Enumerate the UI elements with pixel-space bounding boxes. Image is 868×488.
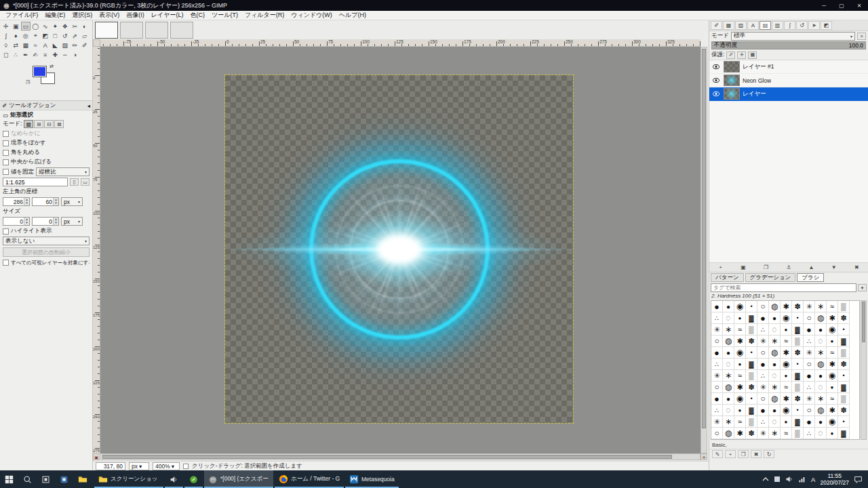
tool-scissors-select[interactable]: ✂ — [71, 22, 80, 30]
brush-thumbnail[interactable]: ✱ — [827, 359, 838, 370]
menu-item[interactable]: 表示(V) — [96, 11, 123, 20]
brush-thumbnail[interactable]: ∴ — [804, 382, 815, 393]
refresh-brushes-button[interactable]: ↻ — [764, 450, 774, 458]
tool-mypaint-brush[interactable]: ✍ — [31, 50, 41, 59]
dock-tab-ブラシ[interactable]: ブラシ — [797, 273, 824, 282]
brush-thumbnail[interactable]: ≈ — [827, 393, 838, 405]
brush-thumbnail[interactable]: ✱ — [781, 393, 792, 405]
chevron-down-icon[interactable]: ▾ — [858, 284, 867, 291]
patterns-dialog-icon[interactable]: ▦ — [723, 21, 734, 30]
volume-icon[interactable] — [785, 475, 793, 483]
brush-thumbnail[interactable]: ◉ — [781, 359, 792, 370]
delete-layer-button[interactable]: ✖ — [849, 264, 864, 272]
spinner-arrows-icon[interactable]: ▲▼ — [24, 218, 29, 225]
brush-thumbnail[interactable]: ● — [769, 359, 781, 370]
brush-thumbnail[interactable]: ∴ — [711, 359, 723, 370]
foreground-color-swatch[interactable] — [33, 66, 47, 77]
brush-thumbnail[interactable]: ◉ — [781, 405, 792, 416]
brush-thumbnail[interactable]: ● — [827, 336, 838, 347]
tool-color-picker[interactable]: ♦ — [12, 31, 21, 40]
brush-thumbnail[interactable]: ◍ — [723, 382, 734, 393]
taskbar-app-gimp[interactable]: *[000] (エクスポート済... — [204, 470, 273, 488]
layer-thumbnail[interactable] — [724, 75, 740, 86]
brush-thumbnail[interactable]: ◌ — [723, 359, 734, 370]
tool-bucket-fill[interactable]: ◣ — [51, 41, 60, 49]
brush-thumbnail[interactable]: ◌ — [769, 370, 781, 382]
brush-thumbnail[interactable]: ● — [734, 312, 746, 324]
minimize-button[interactable]: ─ — [815, 0, 833, 11]
brush-thumbnail[interactable]: ● — [769, 312, 781, 324]
tool-rectangle-select[interactable]: ▭ — [21, 22, 31, 30]
brush-thumbnail[interactable]: ◌ — [769, 416, 781, 428]
menu-item[interactable]: 画像(I) — [123, 11, 148, 20]
brush-thumbnail[interactable]: ● — [815, 370, 827, 382]
shrink-merged-checkbox[interactable] — [3, 260, 9, 266]
brush-thumbnail[interactable]: ∗ — [723, 416, 734, 428]
brush-thumbnail[interactable]: ✳ — [711, 370, 723, 382]
brush-thumbnail[interactable]: ∴ — [757, 370, 769, 382]
tool-paths[interactable]: ∫ — [1, 31, 11, 40]
start-button[interactable] — [0, 470, 18, 488]
tool-foreground-select[interactable]: ◐ — [80, 22, 90, 30]
brush-thumbnail[interactable]: ≈ — [734, 324, 746, 336]
brush-thumbnail[interactable]: ∗ — [815, 439, 827, 440]
brush-thumbnail[interactable]: ▓ — [838, 336, 850, 347]
brush-thumbnail[interactable]: ◉ — [734, 439, 746, 440]
layer-thumbnail[interactable] — [724, 61, 740, 73]
maximize-button[interactable]: ▢ — [833, 0, 850, 11]
lower-layer-button[interactable]: ▼ — [827, 264, 842, 272]
layer-name[interactable]: レイヤー — [743, 90, 766, 98]
brush-thumbnail[interactable]: ○ — [711, 336, 723, 347]
brush-thumbnail[interactable]: ∗ — [815, 393, 827, 405]
brush-thumbnail[interactable]: • — [838, 416, 850, 428]
brush-thumbnail[interactable]: ● — [827, 428, 838, 439]
brush-thumbnail[interactable]: ∴ — [757, 416, 769, 428]
horizontal-scrollbar[interactable] — [100, 453, 701, 460]
brush-thumbnail[interactable]: ✱ — [734, 382, 746, 393]
rounded-corners-checkbox[interactable] — [3, 150, 9, 156]
dock-tab-グラデーション[interactable]: グラデーション — [745, 273, 796, 282]
brush-thumbnail[interactable]: ● — [769, 405, 781, 416]
brush-thumbnail[interactable]: ◌ — [815, 382, 827, 393]
brush-grid-scrollbar[interactable] — [861, 300, 867, 440]
spinner-arrows-icon[interactable]: ▲▼ — [24, 198, 29, 205]
brush-thumbnail[interactable]: ∗ — [769, 428, 781, 439]
brush-thumbnail[interactable]: ● — [757, 405, 769, 416]
new-layer-group-button[interactable]: ▣ — [736, 264, 751, 272]
tool-scale[interactable]: ⇗ — [71, 31, 80, 40]
brush-thumbnail[interactable]: ▒ — [746, 416, 757, 428]
brush-thumbnail[interactable]: ● — [757, 312, 769, 324]
brush-thumbnail[interactable]: ◍ — [769, 347, 781, 359]
brush-thumbnail[interactable]: ∗ — [769, 336, 781, 347]
tool-ellipse-select[interactable]: ◯ — [31, 22, 41, 30]
brush-thumbnail[interactable]: ✽ — [746, 428, 757, 439]
brush-thumbnail[interactable]: ○ — [757, 347, 769, 359]
lock-alpha-icon[interactable]: ▦ — [748, 52, 757, 59]
brush-thumbnail[interactable]: ∴ — [711, 312, 723, 324]
brush-thumbnail[interactable]: ✳ — [757, 336, 769, 347]
tool-free-select[interactable]: ∿ — [41, 22, 50, 30]
brush-thumbnail[interactable]: ✽ — [838, 359, 850, 370]
brush-thumbnail[interactable]: • — [792, 405, 804, 416]
taskbar-app-leaf[interactable] — [184, 470, 203, 488]
tool-shear[interactable]: ▱ — [80, 31, 90, 40]
brush-thumbnail[interactable]: ∴ — [804, 336, 815, 347]
brush-thumbnail[interactable]: ≈ — [734, 370, 746, 382]
menu-item[interactable]: 編集(E) — [41, 11, 68, 20]
brush-thumbnail[interactable]: ○ — [711, 428, 723, 439]
taskbar-clock[interactable]: 11:55 2020/07/27 — [820, 472, 849, 486]
guides-dropdown[interactable]: 表示しない ▾ — [3, 237, 90, 245]
brush-grid-scrollbar-thumb[interactable] — [862, 302, 865, 342]
dock-tab-パターン[interactable]: パターン — [711, 273, 744, 282]
aspect-ratio-input[interactable] — [5, 179, 65, 186]
tool-alignment[interactable]: ▣ — [12, 22, 21, 30]
brush-thumbnail[interactable]: ✳ — [711, 324, 723, 336]
brush-thumbnail[interactable]: ∗ — [769, 382, 781, 393]
brush-thumbnail[interactable]: ▒ — [838, 439, 850, 440]
layer-name[interactable]: Neon Glow — [743, 77, 771, 84]
lock-pixels-icon[interactable]: ✐ — [726, 52, 735, 59]
brush-thumbnail[interactable]: ▓ — [792, 416, 804, 428]
tool-smudge[interactable]: ∽ — [60, 50, 70, 59]
opacity-slider[interactable]: 不透明度 100.0 — [711, 41, 866, 49]
brush-thumbnail[interactable]: • — [746, 393, 757, 405]
